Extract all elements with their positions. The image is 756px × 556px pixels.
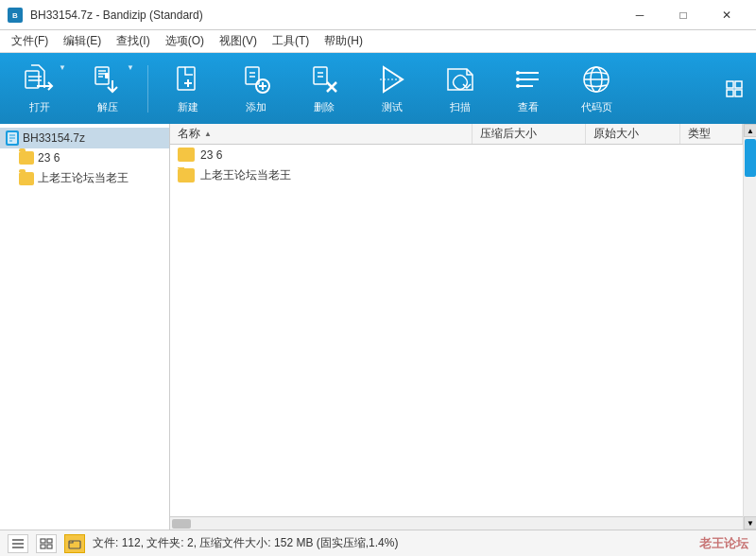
tree-root-item[interactable]: BH33154.7z	[0, 128, 169, 148]
menu-find[interactable]: 查找(I)	[109, 30, 157, 52]
col-header-type[interactable]: 类型	[680, 124, 743, 144]
add-button[interactable]: 添加	[224, 58, 288, 119]
grid-view-button[interactable]	[720, 75, 748, 103]
codepage-label: 代码页	[581, 100, 612, 114]
status-text: 文件: 112, 文件夹: 2, 压缩文件大小: 152 MB (固实压缩,1.…	[93, 535, 398, 551]
test-label: 测试	[382, 100, 403, 114]
tree-item-label-236: 23 6	[38, 151, 60, 165]
app-icon: B	[8, 8, 23, 23]
tree-item-laowang[interactable]: 上老王论坛当老王	[0, 167, 169, 189]
title-bar-left: B BH33154.7z - Bandizip (Standard)	[8, 8, 203, 23]
watermark-text: 老王论坛	[699, 535, 748, 552]
title-bar: B BH33154.7z - Bandizip (Standard) ─ □ ✕	[0, 0, 756, 30]
folder-icon-row-236	[178, 148, 195, 162]
menu-view[interactable]: 视图(V)	[212, 30, 265, 52]
status-icon-btn-3[interactable]	[64, 534, 85, 553]
tree-item-236[interactable]: 23 6	[0, 148, 169, 167]
menu-edit[interactable]: 编辑(E)	[56, 30, 109, 52]
svg-point-32	[516, 84, 520, 88]
folder-icon-row-laowang	[178, 168, 195, 182]
svg-text:B: B	[12, 11, 18, 20]
scroll-down-button[interactable]: ▼	[744, 516, 756, 530]
toolbar: ▼ 打开 ▼ 解压	[0, 53, 756, 124]
extract-icon	[91, 62, 125, 96]
svg-rect-51	[69, 541, 80, 548]
new-label: 新建	[178, 100, 198, 114]
svg-rect-38	[727, 90, 733, 96]
svg-rect-49	[41, 545, 45, 548]
view-label: 查看	[518, 100, 539, 114]
sort-arrow: ▲	[204, 130, 212, 138]
window-title: BH33154.7z - Bandizip (Standard)	[30, 9, 203, 22]
menu-options[interactable]: 选项(O)	[158, 30, 212, 52]
folder-icon-laowang	[19, 172, 34, 185]
menu-help[interactable]: 帮助(H)	[317, 30, 370, 52]
right-scrollbar[interactable]: ▲ ▼	[743, 124, 756, 530]
delete-icon	[307, 62, 341, 96]
svg-rect-10	[105, 73, 109, 78]
tree-panel: BH33154.7z 23 6 上老王论坛当老王	[0, 124, 170, 530]
delete-label: 删除	[314, 100, 335, 114]
minimize-button[interactable]: ─	[618, 0, 662, 30]
file-row-laowang[interactable]: 上老王论坛当老王	[170, 165, 743, 186]
file-name-236: 23 6	[170, 148, 472, 162]
file-list: 23 6 上老王论坛当老王	[170, 145, 743, 516]
svg-rect-47	[41, 539, 45, 543]
codepage-button[interactable]: 代码页	[564, 58, 628, 119]
scroll-thumb	[745, 139, 756, 177]
svg-rect-11	[178, 67, 195, 90]
view-button[interactable]: 查看	[496, 58, 560, 119]
menu-tools[interactable]: 工具(T)	[265, 30, 317, 52]
svg-rect-36	[727, 81, 733, 88]
window-controls: ─ □ ✕	[618, 0, 748, 30]
add-icon	[239, 62, 273, 96]
col-compressed-label: 压缩后大小	[480, 126, 537, 142]
status-left: 文件: 112, 文件夹: 2, 压缩文件大小: 152 MB (固实压缩,1.…	[8, 534, 398, 553]
extract-label: 解压	[97, 100, 118, 114]
close-button[interactable]: ✕	[705, 0, 748, 30]
extract-button[interactable]: ▼ 解压	[76, 58, 140, 119]
status-icon-btn-1[interactable]	[8, 534, 28, 553]
h-scroll-thumb	[172, 519, 191, 529]
menu-file[interactable]: 文件(F)	[4, 30, 56, 52]
file-row-236[interactable]: 23 6	[170, 145, 743, 165]
codepage-icon	[579, 62, 613, 96]
scroll-up-button[interactable]: ▲	[744, 124, 756, 137]
new-icon	[171, 62, 205, 96]
view-icon	[511, 62, 545, 96]
archive-icon	[6, 130, 19, 146]
scan-button[interactable]: 扫描	[428, 58, 492, 119]
horizontal-scrollbar[interactable]	[170, 516, 743, 530]
svg-rect-20	[314, 67, 327, 84]
open-icon	[23, 62, 57, 96]
svg-rect-2	[26, 71, 39, 88]
svg-point-30	[516, 71, 520, 75]
svg-rect-48	[47, 539, 52, 543]
open-button[interactable]: ▼ 打开	[8, 58, 72, 119]
new-button[interactable]: 新建	[156, 58, 220, 119]
file-panel: 名称 ▲ 压缩后大小 原始大小 类型 23 6	[170, 124, 743, 530]
status-bar: 文件: 112, 文件夹: 2, 压缩文件大小: 152 MB (固实压缩,1.…	[0, 530, 756, 556]
maximize-button[interactable]: □	[662, 0, 705, 30]
tree-root-label: BH33154.7z	[23, 131, 85, 145]
col-header-original[interactable]: 原始大小	[586, 124, 680, 144]
main-area: BH33154.7z 23 6 上老王论坛当老王 名称 ▲ 压缩后大小 原始大小	[0, 124, 756, 530]
svg-rect-39	[735, 90, 742, 96]
status-icon-btn-2[interactable]	[36, 534, 57, 553]
toolbar-sep-1	[147, 65, 148, 113]
test-button[interactable]: 测试	[360, 58, 424, 119]
scan-icon	[443, 62, 477, 96]
col-type-label: 类型	[688, 126, 711, 142]
open-arrow: ▼	[59, 63, 66, 72]
col-header-compressed[interactable]: 压缩后大小	[472, 124, 586, 144]
folder-icon-236	[19, 151, 34, 165]
svg-point-31	[516, 78, 520, 81]
svg-rect-37	[735, 81, 742, 88]
file-header: 名称 ▲ 压缩后大小 原始大小 类型	[170, 124, 743, 145]
col-header-name[interactable]: 名称 ▲	[170, 124, 472, 144]
scan-label: 扫描	[450, 100, 471, 114]
open-label: 打开	[29, 100, 50, 114]
delete-button[interactable]: 删除	[292, 58, 356, 119]
menu-bar: 文件(F) 编辑(E) 查找(I) 选项(O) 视图(V) 工具(T) 帮助(H…	[0, 30, 756, 53]
extract-arrow: ▼	[127, 63, 134, 72]
